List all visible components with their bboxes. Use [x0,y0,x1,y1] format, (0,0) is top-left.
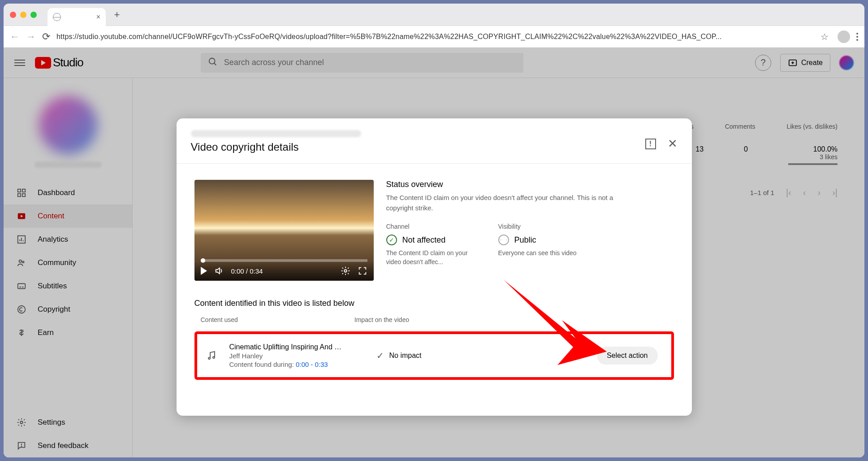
browser-menu-icon[interactable] [856,33,858,41]
settings-icon[interactable] [341,266,350,276]
channel-sub: The Content ID claim on your video doesn… [386,249,471,266]
close-tab-icon[interactable]: × [96,13,100,21]
listed-heading: Content identified in this video is list… [194,299,674,308]
channel-val: Not affected [402,235,446,245]
reload-icon[interactable]: ⟳ [42,31,50,43]
svg-point-23 [344,270,347,272]
visibility-val: Public [514,235,536,245]
browser-window: × + ← → ⟳ https://studio.youtube.com/cha… [4,4,864,457]
volume-icon[interactable] [214,266,224,276]
check-icon: ✓ [376,350,384,361]
claim-artist: Jeff Hanley [229,352,346,360]
music-note-icon [206,350,217,361]
select-action-button[interactable]: Select action [597,347,658,365]
modal-title: Video copyright details [191,141,361,153]
col-impact: Impact on the video [354,316,409,323]
play-icon[interactable] [201,267,207,275]
window-controls [10,12,37,18]
maximize-window-icon[interactable] [30,12,37,18]
col-content-used: Content used [201,316,238,323]
claim-title: Cinematic Uplifting Inspiring And Mot… [229,343,346,351]
browser-tab[interactable]: × [48,8,106,26]
copyright-modal: Video copyright details ✕ 0:00 / 0:34 [177,118,692,416]
claim-during-label: Content found during: [229,361,296,368]
report-icon[interactable] [645,139,656,149]
svg-point-25 [213,357,215,358]
claim-row-highlighted: Cinematic Uplifting Inspiring And Mot… J… [194,331,674,380]
browser-tab-strip: × + [4,4,864,26]
claim-range-link[interactable]: 0:00 - 0:33 [296,361,328,368]
channel-cat: Channel [386,223,471,230]
check-circle-icon: ✓ [386,235,397,245]
profile-icon[interactable] [838,30,850,43]
visibility-cat: Visibility [498,223,583,230]
address-bar[interactable]: https://studio.youtube.com/channel/UCF9o… [56,33,812,41]
breadcrumb-redacted [191,130,361,137]
player-time: 0:00 / 0:34 [231,267,263,275]
favicon-icon [53,13,61,21]
impact-text: No impact [389,352,422,360]
star-icon[interactable]: ☆ [818,31,831,42]
new-tab-button[interactable]: + [110,9,124,21]
close-window-icon[interactable] [10,12,16,18]
browser-toolbar: ← → ⟳ https://studio.youtube.com/channel… [4,26,864,48]
back-icon[interactable]: ← [10,31,20,43]
minimize-window-icon[interactable] [20,12,26,18]
status-desc: The Content ID claim on your video doesn… [386,193,642,213]
video-player[interactable]: 0:00 / 0:34 [194,180,374,281]
channel-status: Channel ✓Not affected The Content ID cla… [386,223,471,266]
globe-icon [498,235,509,245]
visibility-status: Visibility Public Everyone can see this … [498,223,583,266]
forward-icon[interactable]: → [26,31,36,43]
youtube-studio-app: Studio ? Create [4,48,864,457]
player-controls: 0:00 / 0:34 [194,261,374,281]
close-icon[interactable]: ✕ [668,137,678,151]
svg-point-24 [208,357,210,359]
visibility-sub: Everyone can see this video [498,249,583,258]
status-heading: Status overview [386,180,674,189]
fullscreen-icon[interactable] [358,266,367,276]
